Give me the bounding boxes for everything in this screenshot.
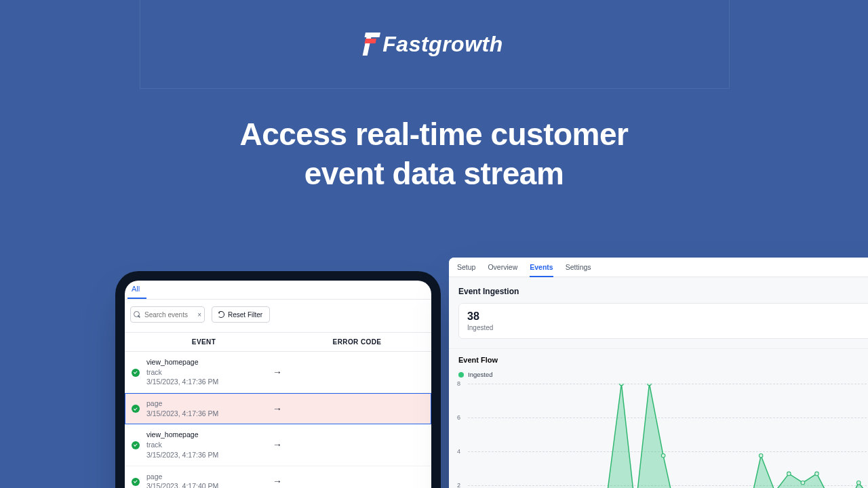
brand-logo: Fastgrowth <box>365 33 502 56</box>
events-table-body: view_homepagetrack3/15/2023, 4:17:36 PM→… <box>125 352 431 488</box>
reset-filter-button[interactable]: Reset Filter <box>212 306 270 323</box>
event-cell: view_homepagetrack3/15/2023, 4:17:36 PM <box>146 430 218 460</box>
tab-events[interactable]: Events <box>530 263 553 277</box>
col-error: ERROR CODE <box>283 338 431 346</box>
event-flow-chart: 2468 <box>468 384 868 488</box>
event-cell: page3/15/2023, 4:17:36 PM <box>146 399 218 418</box>
table-row[interactable]: page3/15/2023, 4:17:40 PM→ <box>125 466 431 489</box>
svg-point-12 <box>759 454 763 458</box>
search-icon <box>134 311 140 318</box>
reset-filter-label: Reset Filter <box>228 311 262 319</box>
svg-point-14 <box>787 472 791 476</box>
svg-point-4 <box>648 384 652 386</box>
tab-settings[interactable]: Settings <box>566 263 591 277</box>
arrow-right-icon: → <box>273 403 282 414</box>
arrow-right-icon: → <box>273 476 282 487</box>
status-ok-icon <box>132 369 140 377</box>
status-ok-icon <box>132 478 140 486</box>
svg-point-5 <box>661 454 665 458</box>
svg-point-19 <box>856 481 861 485</box>
events-list-panel: All × Reset Filter EVENT ERROR CODE view… <box>115 271 441 488</box>
status-ok-icon <box>132 405 140 413</box>
ingested-count-card: 38 Ingested <box>458 303 868 339</box>
events-tabs: All <box>125 281 431 300</box>
event-cell: page3/15/2023, 4:17:40 PM <box>146 472 218 489</box>
search-input[interactable] <box>130 306 205 323</box>
reset-icon <box>218 311 224 318</box>
hero-headline: Access real-time customer event data str… <box>0 115 868 193</box>
arrow-right-icon: → <box>273 367 282 378</box>
table-row[interactable]: view_homepagetrack3/15/2023, 4:17:36 PM→ <box>125 352 431 393</box>
chart-legend: Ingested <box>449 368 868 380</box>
svg-point-15 <box>801 481 805 485</box>
ingestion-tabs: Setup Overview Events Settings <box>449 258 868 277</box>
event-cell: view_homepagetrack3/15/2023, 4:17:36 PM <box>146 357 218 387</box>
event-flow-title: Event Flow <box>449 348 868 368</box>
arrow-right-icon: → <box>273 439 282 450</box>
tab-all[interactable]: All <box>127 281 146 299</box>
events-toolbar: × Reset Filter <box>125 300 431 332</box>
tab-overview[interactable]: Overview <box>488 263 517 277</box>
ingestion-title: Event Ingestion <box>449 277 868 303</box>
legend-dot-icon <box>458 372 464 378</box>
ingested-label: Ingested <box>467 324 868 331</box>
brand-name: Fastgrowth <box>382 33 502 55</box>
events-table-header: EVENT ERROR CODE <box>125 332 431 352</box>
ingestion-panel: Setup Overview Events Settings Event Ing… <box>449 258 868 488</box>
logo-mark-icon <box>365 33 381 56</box>
table-row[interactable]: page3/15/2023, 4:17:36 PM→ <box>125 393 431 424</box>
legend-label: Ingested <box>468 371 492 378</box>
search-events-field[interactable]: × <box>130 306 205 323</box>
col-event: EVENT <box>125 338 283 346</box>
headline-line-1: Access real-time customer <box>0 115 868 155</box>
table-row[interactable]: view_homepagetrack3/15/2023, 4:17:36 PM→ <box>125 424 431 466</box>
svg-point-16 <box>815 472 819 476</box>
headline-line-2: event data stream <box>0 155 868 194</box>
svg-point-2 <box>620 384 624 386</box>
tab-setup[interactable]: Setup <box>457 263 475 277</box>
ingested-count: 38 <box>467 310 868 323</box>
clear-search-icon[interactable]: × <box>197 311 201 319</box>
status-ok-icon <box>132 441 140 449</box>
